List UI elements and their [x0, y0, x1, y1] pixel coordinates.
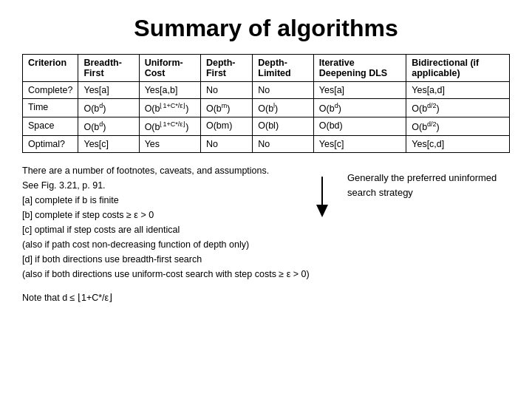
arrow-icon: [307, 177, 337, 223]
cell-space-bi: O(bd/2): [406, 117, 510, 136]
algorithms-table: Criterion Breadth-First Uniform-Cost Dep…: [22, 54, 510, 153]
cell-complete-dl: No: [253, 82, 314, 99]
cell-optimal-bf: Yes[c]: [78, 136, 139, 153]
cell-time-criterion: Time: [23, 99, 78, 117]
header-depth-limited: Depth-Limited: [253, 55, 314, 82]
footnote-c-also: (also if path cost non-decreasing functi…: [22, 237, 332, 252]
cell-complete-bf: Yes[a]: [78, 82, 139, 99]
bottom-note: Note that d ≤ ⌊1+C*/ε⌋: [22, 292, 510, 303]
cell-optimal-bi: Yes[c,d]: [406, 136, 510, 153]
cell-space-criterion: Space: [23, 117, 78, 136]
cell-optimal-df: No: [200, 136, 252, 153]
cell-complete-uc: Yes[a,b]: [139, 82, 200, 99]
cell-space-id: O(bd): [313, 117, 406, 136]
footnote-a: [a] complete if b is finite: [22, 193, 332, 208]
table-header-row: Criterion Breadth-First Uniform-Cost Dep…: [23, 55, 510, 82]
cell-time-dl: O(bl): [253, 99, 314, 117]
cell-complete-id: Yes[a]: [313, 82, 406, 99]
footnote-see-fig: See Fig. 3.21, p. 91.: [22, 178, 332, 193]
svg-marker-1: [316, 205, 328, 217]
cell-optimal-criterion: Optimal?: [23, 136, 78, 153]
table-row: Space O(bd) O(b⌊1+C*/ε⌋) O(bm) O(bl) O(b…: [23, 117, 510, 136]
cell-optimal-uc: Yes: [139, 136, 200, 153]
cell-space-bf: O(bd): [78, 117, 139, 136]
page-title: Summary of algorithms: [22, 15, 510, 42]
cell-complete-bi: Yes[a,d]: [406, 82, 510, 99]
footnote-intro: There are a number of footnotes, caveats…: [22, 163, 332, 178]
cell-space-dl: O(bl): [253, 117, 314, 136]
cell-optimal-id: Yes[c]: [313, 136, 406, 153]
header-bidirectional: Bidirectional (if applicable): [406, 55, 510, 82]
header-breadth-first: Breadth-First: [78, 55, 139, 82]
header-depth-first: Depth-First: [200, 55, 252, 82]
footnote-b: [b] complete if step costs ≥ ε > 0: [22, 208, 332, 222]
footnotes-container: There are a number of footnotes, caveats…: [22, 163, 510, 282]
cell-time-id: O(bd): [313, 99, 406, 117]
table-row: Optimal? Yes[c] Yes No No Yes[c] Yes[c,d…: [23, 136, 510, 153]
footnotes-text: There are a number of footnotes, caveats…: [22, 163, 332, 282]
cell-time-bi: O(bd/2): [406, 99, 510, 117]
header-criterion: Criterion: [23, 55, 78, 82]
cell-time-df: O(bm): [200, 99, 252, 117]
cell-complete-df: No: [200, 82, 252, 99]
footnote-d-also: (also if both directions use uniform-cos…: [22, 267, 332, 282]
header-iterative-deepening: Iterative Deepening DLS: [313, 55, 406, 82]
cell-space-df: O(bm): [200, 117, 252, 136]
cell-optimal-dl: No: [253, 136, 314, 153]
table-row: Complete? Yes[a] Yes[a,b] No No Yes[a] Y…: [23, 82, 510, 99]
preferred-strategy-label: Generally the preferred uninformed searc…: [340, 171, 510, 200]
table-row: Time O(bd) O(b⌊1+C*/ε⌋) O(bm) O(bl) O(bd…: [23, 99, 510, 117]
cell-space-uc: O(b⌊1+C*/ε⌋): [139, 117, 200, 136]
footnotes-section: There are a number of footnotes, caveats…: [22, 163, 510, 282]
header-uniform-cost: Uniform-Cost: [139, 55, 200, 82]
footnote-c: [c] optimal if step costs are all identi…: [22, 222, 332, 237]
cell-time-bf: O(bd): [78, 99, 139, 117]
footnote-d: [d] if both directions use breadth-first…: [22, 252, 332, 267]
cell-complete-criterion: Complete?: [23, 82, 78, 99]
cell-time-uc: O(b⌊1+C*/ε⌋): [139, 99, 200, 117]
